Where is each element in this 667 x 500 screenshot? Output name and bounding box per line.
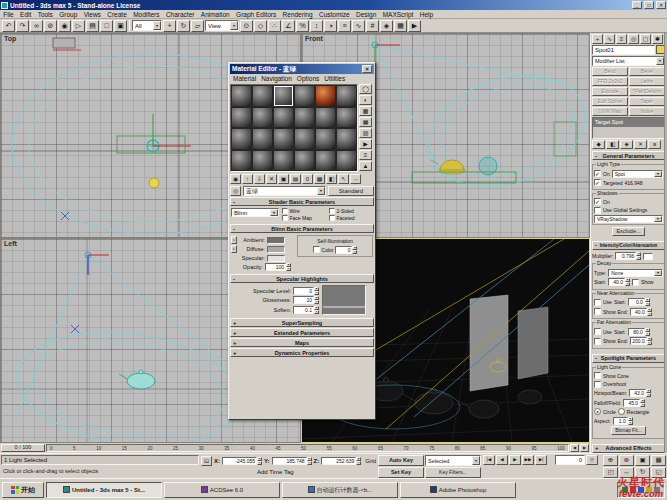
material-editor-window[interactable]: Material Editor - 蓝绿 ✕ MaterialNavigatio… (228, 62, 376, 420)
modifier-button[interactable]: Noise (629, 107, 665, 116)
menu-item[interactable]: Create (104, 11, 130, 18)
window-titlebar[interactable]: Untitled - 3ds max 5 - Stand-alone Licen… (0, 0, 667, 10)
tray-icon[interactable] (638, 487, 644, 493)
snap-toggle-icon[interactable]: ∴ (268, 20, 281, 32)
select-and-move-icon[interactable]: + (163, 20, 176, 32)
near-use-checkbox[interactable] (594, 299, 601, 306)
near-show-checkbox[interactable] (594, 308, 601, 315)
object-name-field[interactable]: Spot01 (592, 45, 655, 55)
stack-selected-item[interactable]: Target Spot (593, 118, 664, 127)
shader-type-dropdown[interactable]: Blinn▼ (231, 208, 279, 217)
light-type-dropdown[interactable]: Spot▼ (612, 170, 663, 178)
diffuse-color-swatch[interactable] (267, 246, 285, 253)
arc-rotate-icon[interactable]: ↻ (635, 467, 650, 478)
menu-item[interactable]: MAXScript (379, 11, 416, 18)
select-by-material-icon[interactable]: ▲ (359, 161, 372, 171)
assign-material-icon[interactable]: ⇩ (254, 174, 265, 184)
align-icon[interactable]: ≡ (338, 20, 351, 32)
use-pivot-center-icon[interactable]: ⊙ (240, 20, 253, 32)
material-sample-slot[interactable] (273, 107, 294, 129)
track-bar[interactable]: 0510152025303540455055606570758085909510… (46, 444, 569, 452)
zoom-all-icon[interactable]: ⊛ (619, 455, 634, 466)
far-start-spinner[interactable]: 80.0▲▼ (628, 328, 650, 336)
material-sample-slot[interactable] (252, 85, 273, 107)
modifier-button[interactable]: Taper (629, 97, 665, 106)
use-global-settings-checkbox[interactable] (594, 207, 601, 214)
put-material-icon[interactable]: ↑ (242, 174, 253, 184)
material-sample-slot[interactable] (252, 150, 273, 172)
material-sample-slot[interactable] (273, 85, 294, 107)
go-to-end-icon[interactable]: ▶| (535, 455, 547, 465)
region-zoom-icon[interactable]: ◰ (603, 467, 618, 478)
opacity-spinner[interactable]: 100▲▼ (265, 263, 291, 271)
play-icon[interactable]: ▶ (509, 455, 521, 465)
reset-map-icon[interactable]: ✕ (266, 174, 277, 184)
taskbar-task-button[interactable]: Untitled - 3ds max 5 - St... (46, 482, 162, 498)
modifier-button[interactable]: FFD 2x2x2 (592, 77, 628, 86)
key-filters-button[interactable]: Key Filters... (425, 467, 481, 478)
make-unique-icon[interactable]: ◈ (620, 140, 633, 149)
create-tab[interactable]: + (592, 34, 603, 44)
tray-icon[interactable] (630, 487, 636, 493)
checkbox[interactable] (329, 215, 335, 221)
hotspot-spinner[interactable]: 43.0▲▼ (629, 389, 651, 397)
material-sample-slot[interactable] (294, 150, 315, 172)
close-button[interactable]: ✕ (656, 1, 666, 9)
material-sample-slot[interactable] (294, 107, 315, 129)
taskbar-task-button[interactable]: ACDSee 6.0 (164, 482, 280, 498)
render-scene-icon[interactable]: ▦ (394, 20, 407, 32)
material-id-icon[interactable]: 0 (302, 174, 313, 184)
time-configuration-icon[interactable]: ◷ (586, 455, 598, 465)
checkbox[interactable] (282, 208, 288, 214)
rectangular-region-icon[interactable]: □ (100, 20, 113, 32)
menu-item[interactable]: Modifiers (130, 11, 163, 18)
percent-snap-icon[interactable]: % (296, 20, 309, 32)
material-sample-slot[interactable] (273, 150, 294, 172)
bitmap-fit-button[interactable]: Bitmap Fit... (611, 426, 646, 435)
lock-diffuse-specular-icon[interactable]: c (231, 245, 237, 253)
shadow-on-checkbox[interactable]: ✓ (594, 198, 601, 205)
hierarchy-tab[interactable]: ≡ (616, 34, 627, 44)
material-sample-slot[interactable] (294, 128, 315, 150)
menu-item[interactable]: Utilities (324, 75, 345, 82)
track-view-icon[interactable]: ∿ (352, 20, 365, 32)
make-copy-icon[interactable]: ▣ (278, 174, 289, 184)
backlight-icon[interactable]: ◐ (359, 95, 372, 105)
show-end-result-icon[interactable]: ◧ (326, 174, 337, 184)
circle-radio[interactable]: ● (594, 408, 601, 415)
quick-render-icon[interactable]: ▶ (408, 20, 421, 32)
decay-start-spinner[interactable]: 40.0▲▼ (608, 278, 630, 286)
light-color-swatch[interactable] (643, 253, 653, 260)
rollout-header-closed[interactable]: + Maps (230, 338, 374, 347)
menu-item[interactable]: Edit (17, 11, 35, 18)
decay-show-checkbox[interactable] (632, 279, 639, 286)
z-coordinate-field[interactable]: 252.639▲▼ (321, 457, 361, 465)
y-coordinate-field[interactable]: 185.748▲▼ (272, 457, 312, 465)
modifier-button[interactable]: Lathe (629, 77, 665, 86)
rollout-header-closed[interactable]: + Extended Parameters (230, 328, 374, 337)
mirror-icon[interactable]: ◑ (324, 20, 337, 32)
material-sample-slot[interactable] (231, 128, 252, 150)
motion-tab[interactable]: ◎ (628, 34, 639, 44)
minimize-button[interactable]: _ (632, 1, 642, 9)
menu-item[interactable]: File (0, 11, 17, 18)
select-by-name-icon[interactable]: ▤ (86, 20, 99, 32)
aspect-spinner[interactable]: 1.0▲▼ (613, 417, 633, 425)
menu-item[interactable]: Animation (198, 11, 233, 18)
rectangle-radio[interactable] (618, 408, 625, 415)
video-color-check-icon[interactable]: ▥ (359, 128, 372, 138)
x-coordinate-field[interactable]: -245.055▲▼ (222, 457, 262, 465)
redo-icon[interactable]: ↷ (16, 20, 29, 32)
material-sample-slot[interactable] (336, 128, 357, 150)
material-editor-icon[interactable]: ◈ (380, 20, 393, 32)
select-and-link-icon[interactable]: ∞ (30, 20, 43, 32)
close-icon[interactable]: ✕ (362, 65, 372, 73)
specular-param-spinner[interactable]: 10▲▼ (293, 296, 319, 304)
select-and-rotate-icon[interactable]: ↻ (177, 20, 190, 32)
selection-filter-dropdown[interactable]: All▼ (132, 20, 162, 31)
material-sample-slot[interactable] (336, 107, 357, 129)
schematic-view-icon[interactable]: # (366, 20, 379, 32)
modifier-button[interactable]: Edit Spline (592, 97, 628, 106)
tray-icon[interactable] (654, 487, 660, 493)
material-editor-titlebar[interactable]: Material Editor - 蓝绿 ✕ (230, 64, 374, 74)
